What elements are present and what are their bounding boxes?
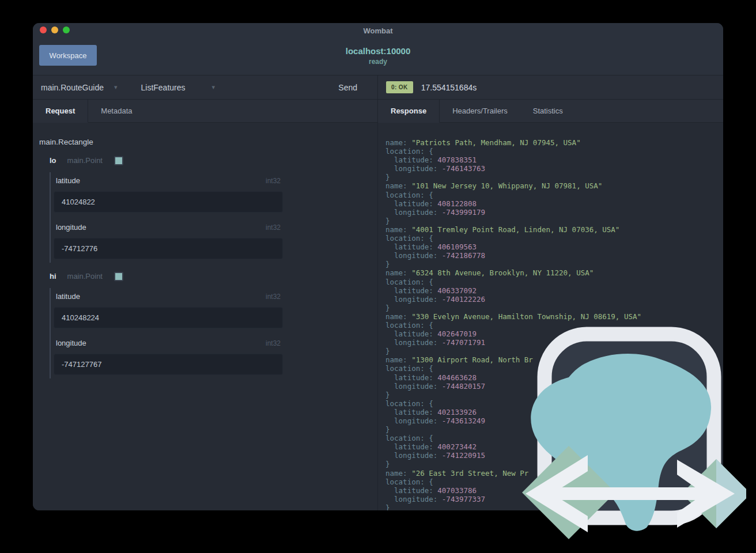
response-line: } xyxy=(385,304,723,312)
close-button[interactable] xyxy=(40,26,47,33)
group-name: hi xyxy=(50,272,56,281)
response-line: location: { xyxy=(385,234,723,243)
response-line: longitude: -743999179 xyxy=(385,208,723,217)
request-panel: main.RouteGuide ▾ ListFeatures ▾ Send Re… xyxy=(33,75,377,510)
response-line: name: "101 New Jersey 10, Whippany, NJ 0… xyxy=(385,181,723,190)
response-line: longitude: -746143763 xyxy=(385,164,723,173)
method-select[interactable]: ListFeatures ▾ xyxy=(141,83,215,92)
hi-enabled-checkbox[interactable] xyxy=(114,272,123,281)
request-toolbar: main.RouteGuide ▾ ListFeatures ▾ Send xyxy=(33,75,377,100)
method-name: ListFeatures xyxy=(141,83,185,92)
zoom-button[interactable] xyxy=(63,26,70,33)
field-label: latitude xyxy=(54,176,80,185)
server-address: localhost:10000 xyxy=(33,46,723,56)
group-header: lo main.Point xyxy=(50,156,368,165)
group-body: latitude int32 longitude int32 xyxy=(50,172,368,263)
group-body: latitude int32 longitude int32 xyxy=(50,288,368,378)
response-line: location: { xyxy=(385,278,723,286)
tab-metadata[interactable]: Metadata xyxy=(88,100,145,123)
response-line: name: "6324 8th Avenue, Brooklyn, NY 112… xyxy=(385,268,723,277)
response-toolbar: 0: OK 17.554151684s xyxy=(378,75,723,100)
tab-headers-trailers[interactable]: Headers/Trailers xyxy=(440,100,520,123)
connection-status: ready xyxy=(33,58,723,66)
response-line: name: "330 Evelyn Avenue, Hamilton Towns… xyxy=(385,312,723,321)
group-type: main.Point xyxy=(67,156,103,165)
service-select[interactable]: main.RouteGuide ▾ xyxy=(41,83,117,92)
tab-request[interactable]: Request xyxy=(33,100,88,123)
field-type-label: int32 xyxy=(266,339,283,347)
response-line: longitude: -740122226 xyxy=(385,295,723,304)
field-group-lo: lo main.Point latitude int32 xyxy=(39,156,368,263)
lo-enabled-checkbox[interactable] xyxy=(114,156,123,165)
response-line: name: "Patriots Path, Mendham, NJ 07945,… xyxy=(385,138,723,147)
field-type-label: int32 xyxy=(266,293,283,301)
window-title: Wombat xyxy=(33,23,723,35)
response-line: longitude: -742186778 xyxy=(385,251,723,260)
tab-response[interactable]: Response xyxy=(378,100,440,123)
field-type-label: int32 xyxy=(266,177,283,185)
desktop: Wombat Workspace localhost:10000 ready m… xyxy=(0,0,756,553)
latitude-field: latitude int32 xyxy=(54,176,283,213)
duration-label: 17.554151684s xyxy=(421,83,477,92)
chevron-down-icon: ▾ xyxy=(212,84,216,91)
field-type-label: int32 xyxy=(266,224,283,232)
field-label: longitude xyxy=(54,223,86,232)
longitude-field: longitude int32 xyxy=(54,223,283,259)
tabbar-filler xyxy=(576,100,723,123)
response-line: location: { xyxy=(385,147,723,156)
traffic-lights xyxy=(40,26,70,33)
lo-latitude-input[interactable] xyxy=(54,191,283,213)
lo-longitude-input[interactable] xyxy=(54,238,283,259)
send-button[interactable]: Send xyxy=(338,83,357,92)
response-line: } xyxy=(385,217,723,225)
status-badge: 0: OK xyxy=(386,81,413,93)
wombat-logo xyxy=(513,321,746,553)
tabbar-filler xyxy=(145,100,378,123)
tab-statistics[interactable]: Statistics xyxy=(520,100,576,123)
chevron-down-icon: ▾ xyxy=(114,84,118,91)
logo-arrow-shaft xyxy=(549,487,713,500)
service-name: main.RouteGuide xyxy=(41,83,104,92)
minimize-button[interactable] xyxy=(51,26,58,33)
group-type: main.Point xyxy=(67,272,103,281)
request-form: main.Rectangle lo main.Point latitude xyxy=(33,123,377,378)
field-group-hi: hi main.Point latitude int32 xyxy=(39,271,368,378)
response-tabs: Response Headers/Trailers Statistics xyxy=(378,100,723,123)
hi-longitude-input[interactable] xyxy=(54,354,283,375)
response-line: } xyxy=(385,260,723,268)
hi-latitude-input[interactable] xyxy=(54,307,283,328)
longitude-field: longitude int32 xyxy=(54,339,283,375)
response-line: location: { xyxy=(385,191,723,199)
response-line: name: "4001 Tremley Point Road, Linden, … xyxy=(385,225,723,234)
message-type-label: main.Rectangle xyxy=(39,138,368,146)
response-line: latitude: 406337092 xyxy=(385,286,723,295)
group-name: lo xyxy=(50,156,56,165)
response-line: } xyxy=(385,173,723,181)
response-line: latitude: 407838351 xyxy=(385,156,723,164)
field-label: latitude xyxy=(54,292,80,301)
response-line: latitude: 408122808 xyxy=(385,199,723,208)
connection-info: localhost:10000 ready xyxy=(33,46,723,66)
titlebar[interactable]: Wombat xyxy=(33,23,723,38)
request-tabs: Request Metadata xyxy=(33,100,377,123)
latitude-field: latitude int32 xyxy=(54,292,283,328)
field-label: longitude xyxy=(54,339,86,347)
response-line: latitude: 406109563 xyxy=(385,243,723,251)
group-header: hi main.Point xyxy=(50,271,368,281)
